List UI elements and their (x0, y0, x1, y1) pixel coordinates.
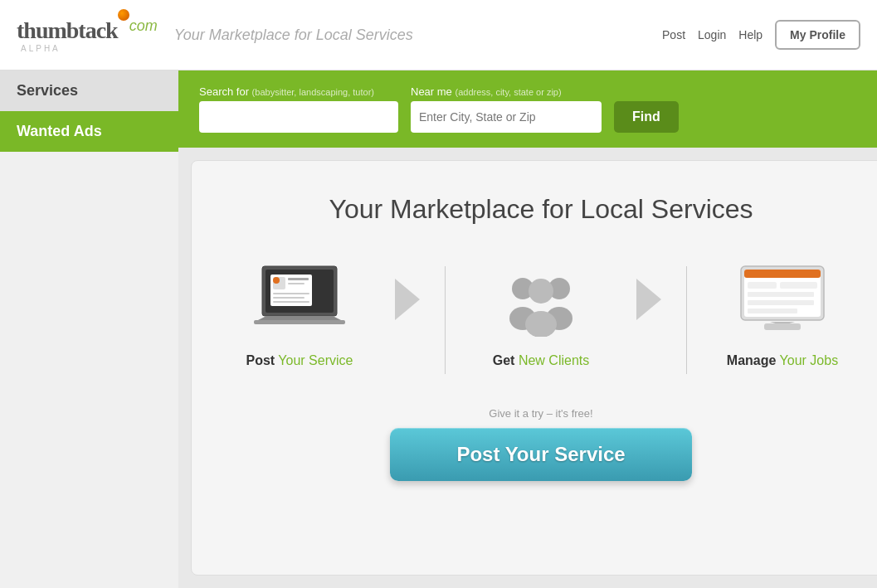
sidebar-item-services[interactable]: Services (0, 70, 178, 111)
search-bar: Search for (babysitter, landscaping, tut… (178, 70, 877, 148)
step-arrow-1 (382, 258, 432, 341)
step-post-label: Post Your Service (246, 353, 353, 368)
search-for-input[interactable] (199, 101, 398, 133)
svg-point-17 (525, 311, 557, 337)
logo-orange-ball (118, 9, 129, 21)
search-for-label: Search for (babysitter, landscaping, tut… (199, 85, 398, 98)
sidebar-item-wanted-ads[interactable]: Wanted Ads (0, 111, 178, 152)
hero-title: Your Marketplace for Local Services (329, 194, 753, 225)
tagline: Your Marketplace for Local Services (174, 27, 662, 44)
svg-rect-23 (748, 292, 814, 297)
svg-rect-20 (744, 270, 821, 278)
header-nav: Post Login Help My Profile (662, 20, 860, 50)
main-layout: Services Wanted Ads Search for (babysitt… (0, 70, 877, 588)
post-service-cta-button[interactable]: Post Your Service (390, 428, 691, 481)
post-link[interactable]: Post (662, 28, 685, 41)
search-for-hint: (babysitter, landscaping, tutor) (252, 87, 374, 97)
step-manage-icon (733, 258, 832, 341)
svg-rect-25 (748, 309, 797, 313)
logo-area: thumbtack com ALPHA (17, 17, 158, 53)
logo[interactable]: thumbtack com (17, 17, 158, 44)
my-profile-button[interactable]: My Profile (775, 20, 860, 50)
sidebar: Services Wanted Ads (0, 70, 178, 588)
svg-rect-5 (288, 278, 309, 280)
svg-marker-10 (258, 316, 341, 320)
header: thumbtack com ALPHA Your Marketplace for… (0, 0, 877, 70)
svg-rect-7 (273, 293, 309, 294)
svg-rect-27 (764, 323, 801, 330)
near-me-hint: (address, city, state or zip) (455, 87, 561, 97)
near-me-group: Near me (address, city, state or zip) (411, 85, 602, 133)
find-button[interactable]: Find (614, 101, 679, 133)
svg-rect-9 (273, 301, 309, 303)
step-post-icon (250, 258, 349, 341)
content-area: Search for (babysitter, landscaping, tut… (178, 70, 877, 588)
svg-rect-6 (288, 283, 305, 284)
help-link[interactable]: Help (738, 28, 763, 41)
step-arrow-2 (624, 258, 674, 341)
svg-rect-22 (780, 282, 817, 289)
svg-point-4 (273, 277, 280, 284)
search-for-group: Search for (babysitter, landscaping, tut… (199, 85, 398, 133)
step-manage: Manage Your Jobs (699, 258, 865, 368)
steps-row: Post Your Service (217, 258, 865, 374)
step-manage-label: Manage Your Jobs (727, 353, 838, 368)
logo-alpha-label: ALPHA (21, 44, 61, 53)
step-get-label: Get New Clients (493, 353, 589, 368)
step-get: Get New Clients (458, 258, 624, 368)
step-post: Post Your Service (217, 258, 382, 368)
login-link[interactable]: Login (698, 28, 726, 41)
near-me-label: Near me (address, city, state or zip) (411, 85, 602, 98)
svg-rect-21 (748, 282, 777, 289)
step-divider-1 (445, 266, 446, 374)
svg-rect-8 (273, 297, 305, 299)
hero-section: Your Marketplace for Local Services (191, 160, 877, 576)
cta-hint: Give it a try – it's free! (489, 407, 592, 420)
step-divider-2 (686, 266, 687, 374)
near-me-input[interactable] (411, 101, 602, 133)
svg-rect-11 (254, 320, 345, 324)
svg-rect-24 (748, 300, 814, 305)
step-get-icon (491, 258, 591, 341)
svg-point-16 (529, 279, 553, 304)
